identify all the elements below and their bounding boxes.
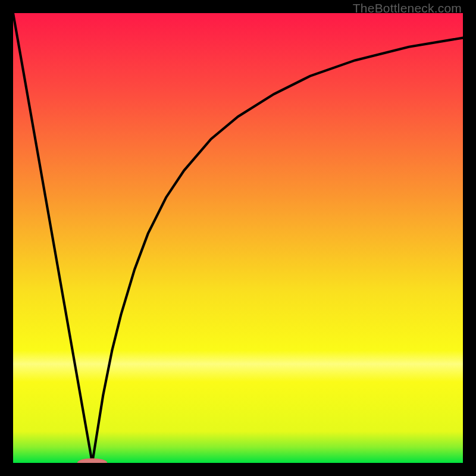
chart-frame: TheBottleneck.com bbox=[0, 0, 476, 476]
curve-left bbox=[13, 13, 92, 463]
curve-right bbox=[92, 38, 463, 463]
chart-curves bbox=[13, 13, 463, 463]
plot-area bbox=[13, 13, 463, 463]
optimum-marker bbox=[78, 459, 107, 463]
